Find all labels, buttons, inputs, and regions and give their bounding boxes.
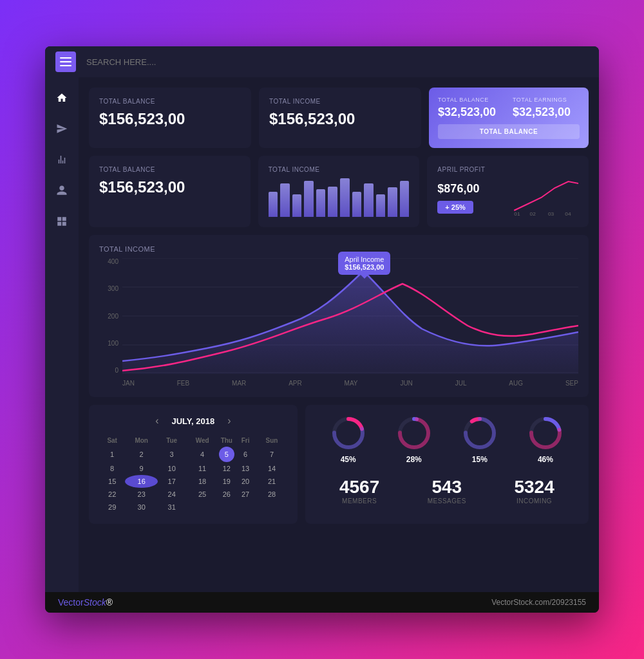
calendar-day[interactable]: 28 (256, 488, 287, 501)
balance-value-2: $156,523,00 (99, 178, 240, 196)
stat-label: MEMBERS (339, 497, 379, 505)
calendar-day[interactable]: 15 (99, 475, 125, 488)
stat-value: 4567 (339, 477, 379, 497)
calendar-day[interactable]: 5 (219, 447, 234, 462)
income-bar-card: TOTAL INCOME (258, 156, 420, 227)
main-chart-title: TOTAL INCOME (99, 245, 578, 253)
total-balance-label: TOTAL BALANCE (99, 98, 241, 105)
calendar-day[interactable]: 30 (125, 501, 158, 514)
calendar-header: ‹ JULY, 2018 › (99, 415, 287, 427)
total-balance-value: $156,523,00 (99, 110, 241, 128)
y-axis-labels: 400 300 200 100 0 (99, 258, 118, 387)
calendar-day[interactable]: 6 (234, 447, 257, 462)
calendar-day[interactable]: 11 (185, 462, 218, 475)
chart-svg-wrapper: April Income $156,523,00 (122, 258, 578, 374)
bar-item (400, 181, 410, 217)
bar-item (269, 192, 278, 217)
cal-header-sun: Sun (256, 434, 287, 447)
donut-item: 45% (330, 415, 366, 464)
bottom-row: ‹ JULY, 2018 › Sat Mon Tue Wed Thu (89, 405, 589, 524)
calendar-day[interactable]: 13 (234, 462, 257, 475)
total-income-value: $156,523,00 (269, 110, 411, 128)
x-label-feb: FEB (177, 380, 189, 387)
calendar-day[interactable]: 20 (234, 475, 257, 488)
calendar-day[interactable]: 31 (158, 501, 185, 514)
donut-item: 15% (462, 415, 498, 464)
calendar-day[interactable]: 12 (219, 462, 234, 475)
search-input[interactable] (86, 57, 589, 67)
donut-item: 46% (527, 415, 564, 464)
calendar-day[interactable]: 7 (256, 447, 287, 462)
x-label-jan: JAN (122, 380, 135, 387)
calendar-day[interactable]: 14 (256, 462, 287, 475)
cal-header-wed: Wed (185, 434, 218, 447)
cal-header-mon: Mon (125, 434, 158, 447)
calendar-day[interactable]: 23 (125, 488, 158, 501)
sidebar-item-user[interactable] (54, 183, 70, 198)
calendar-day (256, 501, 287, 514)
x-label-sep: SEP (565, 380, 578, 387)
april-sparkline: 01 02 03 04 (511, 178, 578, 217)
x-label-apr: APR (289, 380, 302, 387)
y-label-300: 300 (99, 285, 118, 292)
calendar-day[interactable]: 17 (158, 475, 185, 488)
calendar-day[interactable]: 27 (234, 488, 257, 501)
y-label-200: 200 (99, 313, 118, 320)
calendar-day[interactable]: 24 (158, 488, 185, 501)
calendar-day[interactable]: 9 (125, 462, 158, 475)
calendar-day[interactable]: 4 (185, 447, 218, 462)
main-chart-card: TOTAL INCOME 400 300 200 100 0 (89, 235, 589, 397)
watermark-bar: VectorStock® VectorStock.com/20923155 (45, 592, 599, 613)
bar-chart (269, 178, 410, 217)
topbar (45, 46, 599, 77)
balance-label-2: TOTAL BALANCE (99, 166, 240, 173)
sidebar-item-chart[interactable] (54, 152, 70, 167)
main-content: TOTAL BALANCE $156,523,00 TOTAL INCOME $… (79, 77, 599, 592)
calendar-day[interactable]: 22 (99, 488, 125, 501)
calendar-prev-button[interactable]: ‹ (155, 415, 158, 427)
hamburger-button[interactable] (55, 51, 76, 72)
accent-earnings-value: $32,523,00 (513, 106, 580, 119)
x-label-jul: JUL (455, 380, 467, 387)
calendar-day[interactable]: 25 (185, 488, 218, 501)
bar-item (364, 183, 374, 217)
calendar-day[interactable]: 16 (125, 475, 158, 488)
sidebar-item-send[interactable] (54, 121, 70, 136)
calendar-day[interactable]: 3 (158, 447, 185, 462)
x-label-aug: AUG (509, 380, 523, 387)
april-profit-label: APRIL PROFIT (437, 166, 578, 173)
total-balance-button[interactable]: TOTAL BALANCE (438, 124, 580, 139)
donut-label: 15% (472, 455, 488, 464)
bar-item (316, 189, 326, 217)
calendar-day[interactable]: 21 (256, 475, 287, 488)
calendar-day[interactable]: 18 (185, 475, 218, 488)
calendar-day (219, 501, 234, 514)
sidebar-item-grid[interactable] (54, 214, 70, 229)
bar-item (340, 178, 350, 217)
calendar-month-year: JULY, 2018 (171, 416, 214, 426)
calendar-day[interactable]: 8 (99, 462, 125, 475)
x-label-jun: JUN (400, 380, 412, 387)
calendar-day (234, 501, 257, 514)
calendar-day[interactable]: 10 (158, 462, 185, 475)
calendar-day (185, 501, 218, 514)
april-profit-card: APRIL PROFIT $876,00 + 25% 01 02 03 (427, 156, 589, 227)
svg-text:04: 04 (565, 211, 571, 217)
calendar-day[interactable]: 26 (219, 488, 234, 501)
cards-row-1: TOTAL BALANCE $156,523,00 TOTAL INCOME $… (89, 88, 589, 148)
calendar-day[interactable]: 1 (99, 447, 125, 462)
bar-item (388, 187, 397, 217)
april-badge: + 25% (437, 201, 473, 214)
calendar-day[interactable]: 29 (99, 501, 125, 514)
accent-balance-label: TOTAL BALANCE (438, 97, 505, 103)
stat-label: MESSAGES (428, 497, 466, 505)
income-bar-label: TOTAL INCOME (269, 166, 410, 173)
sidebar (45, 77, 79, 592)
calendar-day[interactable]: 2 (125, 447, 158, 462)
bar-item (304, 181, 314, 217)
sidebar-item-home[interactable] (54, 90, 70, 106)
calendar-day[interactable]: 19 (219, 475, 234, 488)
svg-text:02: 02 (529, 211, 536, 217)
calendar-next-button[interactable]: › (227, 415, 231, 427)
stat-value: 543 (428, 477, 466, 497)
